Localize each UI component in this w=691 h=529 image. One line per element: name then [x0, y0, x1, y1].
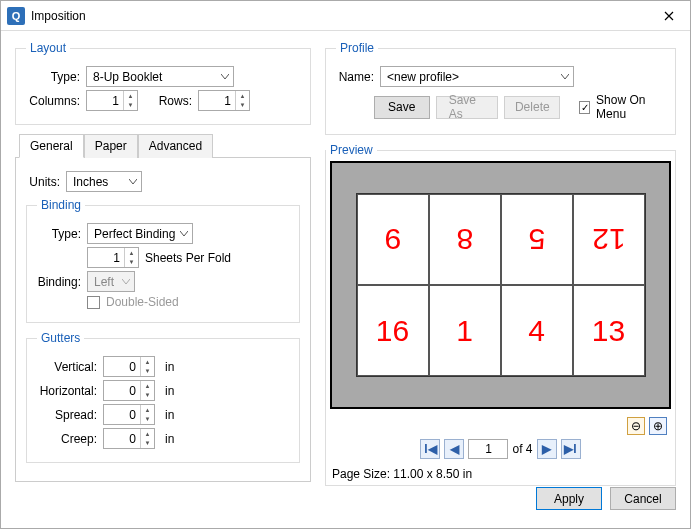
type-label: Type:	[26, 70, 80, 84]
apply-button[interactable]: Apply	[536, 487, 602, 510]
page-size-text: Page Size: 11.00 x 8.50 in	[326, 463, 675, 485]
save-as-button: Save As	[436, 96, 499, 119]
zoom-out-icon: ⊖	[631, 419, 641, 433]
chevron-down-icon	[129, 179, 137, 185]
tabstrip: General Paper Advanced	[15, 133, 311, 158]
layout-legend: Layout	[26, 41, 70, 55]
gutter-creep-label: Creep:	[37, 432, 97, 446]
gutter-horizontal-input[interactable]	[104, 381, 140, 400]
next-page-button[interactable]: ▶	[537, 439, 557, 459]
units-label: Units:	[26, 175, 60, 189]
rows-spin[interactable]: ▲▼	[198, 90, 250, 111]
unit-text: in	[165, 432, 174, 446]
columns-spin[interactable]: ▲▼	[86, 90, 138, 111]
preview-viewport: 9 8 5 12 16 1 4 13	[330, 161, 671, 409]
preview-group: Preview 9 8 5 12 16 1 4 13 ⊖ ⊕	[325, 143, 676, 486]
tab-body: Units: Inches Binding Type: Perfect Bind…	[15, 158, 311, 482]
spin-down-icon[interactable]: ▼	[124, 101, 137, 111]
show-on-menu-label: Show On Menu	[596, 93, 665, 121]
preview-page: 13	[573, 285, 645, 376]
gutter-spread-spin[interactable]: ▲▼	[103, 404, 155, 425]
zoom-out-button[interactable]: ⊖	[627, 417, 645, 435]
profile-name-select[interactable]: <new profile>	[380, 66, 574, 87]
close-icon	[664, 11, 674, 21]
save-button[interactable]: Save	[374, 96, 430, 119]
left-column: Layout Type: 8-Up Booklet Columns: ▲▼ Ro…	[15, 41, 311, 469]
preview-sheet: 9 8 5 12 16 1 4 13	[356, 193, 646, 377]
tab-advanced[interactable]: Advanced	[138, 134, 213, 158]
binding-type-select[interactable]: Perfect Binding	[87, 223, 193, 244]
units-select[interactable]: Inches	[66, 171, 142, 192]
gutter-vertical-input[interactable]	[104, 357, 140, 376]
titlebar: Q Imposition	[1, 1, 690, 31]
sheets-per-fold-spin[interactable]: ▲▼	[87, 247, 139, 268]
tab-paper[interactable]: Paper	[84, 134, 138, 158]
preview-page: 4	[501, 285, 573, 376]
preview-page: 16	[357, 285, 429, 376]
pager: I◀ ◀ of 4 ▶ ▶I	[326, 435, 675, 463]
spin-down-icon[interactable]: ▼	[236, 101, 249, 111]
next-page-icon: ▶	[542, 442, 551, 456]
tab-general[interactable]: General	[19, 134, 84, 158]
binding-type-value: Perfect Binding	[94, 227, 175, 241]
last-page-button[interactable]: ▶I	[561, 439, 581, 459]
preview-page: 5	[501, 194, 573, 285]
chevron-down-icon	[180, 231, 188, 237]
gutter-vertical-label: Vertical:	[37, 360, 97, 374]
units-value: Inches	[73, 175, 108, 189]
gutters-legend: Gutters	[37, 331, 84, 345]
layout-type-select[interactable]: 8-Up Booklet	[86, 66, 234, 87]
cancel-button[interactable]: Cancel	[610, 487, 676, 510]
columns-label: Columns:	[26, 94, 80, 108]
page-number-input[interactable]	[468, 439, 508, 459]
sheets-per-fold-input[interactable]	[88, 248, 124, 267]
gutters-group: Gutters Vertical: ▲▼ in Horizontal: ▲▼ i…	[26, 331, 300, 463]
preview-page: 9	[357, 194, 429, 285]
spin-up-icon[interactable]: ▲	[124, 91, 137, 101]
preview-legend: Preview	[326, 143, 377, 157]
gutter-horizontal-spin[interactable]: ▲▼	[103, 380, 155, 401]
spin-up-icon[interactable]: ▲	[125, 248, 138, 258]
preview-page: 1	[429, 285, 501, 376]
first-page-button[interactable]: I◀	[420, 439, 440, 459]
spin-up-icon[interactable]: ▲	[236, 91, 249, 101]
sheets-per-fold-label: Sheets Per Fold	[145, 251, 231, 265]
binding-side-label: Binding:	[37, 275, 81, 289]
chevron-down-icon	[122, 279, 130, 285]
app-icon: Q	[7, 7, 25, 25]
double-sided-checkbox[interactable]	[87, 296, 100, 309]
chevron-down-icon	[561, 74, 569, 80]
gutter-vertical-spin[interactable]: ▲▼	[103, 356, 155, 377]
gutter-spread-label: Spread:	[37, 408, 97, 422]
unit-text: in	[165, 384, 174, 398]
gutter-creep-spin[interactable]: ▲▼	[103, 428, 155, 449]
profile-legend: Profile	[336, 41, 378, 55]
binding-group: Binding Type: Perfect Binding ▲▼	[26, 198, 300, 323]
page-of-label: of 4	[512, 442, 532, 456]
right-column: Profile Name: <new profile> Save Save As…	[325, 41, 676, 469]
profile-name-value: <new profile>	[387, 70, 459, 84]
unit-text: in	[165, 360, 174, 374]
dialog-body: Layout Type: 8-Up Booklet Columns: ▲▼ Ro…	[1, 31, 690, 479]
gutter-creep-input[interactable]	[104, 429, 140, 448]
zoom-in-button[interactable]: ⊕	[649, 417, 667, 435]
rows-input[interactable]	[199, 91, 235, 110]
binding-type-label: Type:	[37, 227, 81, 241]
binding-legend: Binding	[37, 198, 85, 212]
chevron-down-icon	[221, 74, 229, 80]
layout-group: Layout Type: 8-Up Booklet Columns: ▲▼ Ro…	[15, 41, 311, 125]
gutter-spread-input[interactable]	[104, 405, 140, 424]
spin-down-icon[interactable]: ▼	[125, 258, 138, 268]
columns-input[interactable]	[87, 91, 123, 110]
profile-name-label: Name:	[336, 70, 374, 84]
show-on-menu-checkbox[interactable]: ✓	[579, 101, 590, 114]
preview-page: 8	[429, 194, 501, 285]
close-button[interactable]	[648, 1, 690, 31]
dialog-window: Q Imposition Layout Type: 8-Up Booklet C…	[0, 0, 691, 529]
prev-page-button[interactable]: ◀	[444, 439, 464, 459]
unit-text: in	[165, 408, 174, 422]
profile-group: Profile Name: <new profile> Save Save As…	[325, 41, 676, 135]
binding-side-value: Left	[94, 275, 114, 289]
layout-type-value: 8-Up Booklet	[93, 70, 162, 84]
delete-button: Delete	[504, 96, 560, 119]
